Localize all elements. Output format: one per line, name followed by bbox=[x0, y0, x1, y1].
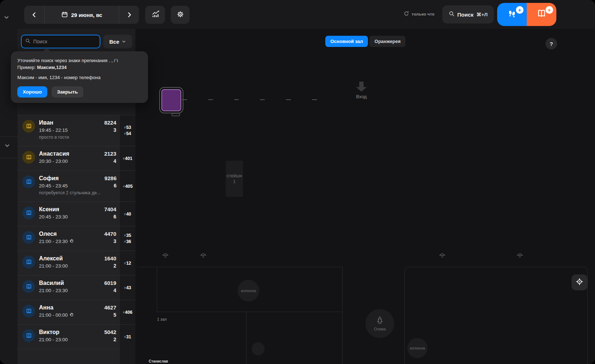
column-circle-колонна: колонна bbox=[238, 280, 259, 302]
global-search-button[interactable]: Поиск ⌘+Л bbox=[442, 5, 494, 23]
assigned-tables: #405 bbox=[120, 171, 135, 202]
chair bbox=[171, 113, 180, 116]
guest-count: 6 bbox=[104, 182, 116, 190]
assigned-tables: #43 bbox=[120, 276, 135, 300]
table-connector bbox=[260, 99, 265, 100]
table-connector bbox=[234, 99, 239, 100]
column-circle-Олива: Олива bbox=[365, 309, 394, 338]
hint-close-button[interactable]: Закрыть bbox=[52, 86, 83, 98]
app-window: Основной зал Оранжерея ? Вход стейшн 1 1… bbox=[0, 0, 595, 364]
assigned-tables: #40 bbox=[120, 202, 135, 226]
hint-line-2: Пример: Максим,1234 bbox=[17, 64, 142, 71]
prev-day-button[interactable] bbox=[24, 6, 44, 24]
booking-source-icon bbox=[22, 176, 35, 188]
booking-source-icon bbox=[22, 280, 35, 293]
guest-count: 3 bbox=[104, 126, 116, 134]
refresh-label: только что bbox=[412, 12, 435, 16]
floor-table-11[interactable] bbox=[161, 89, 181, 111]
date-picker[interactable]: 29 июня, вс bbox=[44, 6, 119, 24]
wall-line bbox=[342, 267, 343, 364]
reservation-row-Алексей[interactable]: Алексей21:00 - 23:0016402#12 bbox=[18, 251, 135, 275]
wall-line bbox=[137, 267, 342, 267]
reservation-id: 5042 bbox=[104, 328, 116, 336]
footprints-icon bbox=[507, 9, 517, 20]
table-connector bbox=[208, 99, 213, 100]
next-day-button[interactable] bbox=[119, 6, 139, 24]
date-label: 29 июня, вс bbox=[71, 12, 102, 18]
guest-name: Виктор bbox=[39, 328, 100, 336]
table-number-chip: #40 bbox=[124, 212, 131, 217]
reservation-id: 4627 bbox=[104, 304, 116, 311]
book-icon bbox=[537, 9, 547, 20]
locate-button[interactable] bbox=[572, 274, 587, 290]
assigned-tables: #401 bbox=[120, 146, 135, 170]
reservation-time: 19:45 - 22:15 bbox=[39, 127, 100, 134]
guest-count: 6 bbox=[104, 213, 116, 221]
expand-group-chevron-icon[interactable] bbox=[4, 143, 10, 150]
hand-icon bbox=[70, 312, 74, 319]
guest-count: 2 bbox=[104, 262, 116, 270]
help-button[interactable]: ? bbox=[546, 38, 557, 49]
search-input[interactable] bbox=[33, 39, 84, 44]
plus-badge: + bbox=[516, 6, 524, 14]
reservation-row-Олеся[interactable]: Олеся21:00 - 23:3044703#35#36 bbox=[18, 226, 135, 251]
reservation-row-София[interactable]: София20:45 - 23:45потребуется 2 стульчик… bbox=[18, 170, 135, 202]
reservation-time: 20:30 - 23:00 bbox=[39, 158, 100, 165]
reservation-row-Виктор[interactable]: Виктор21:00 - 23:0050422#31 bbox=[18, 324, 135, 349]
entrance-marker: Вход bbox=[356, 82, 367, 99]
reservation-time: 20:45 - 23:30 bbox=[39, 213, 100, 221]
settings-button[interactable] bbox=[171, 6, 190, 24]
reservation-row-Ксения[interactable]: Ксения20:45 - 23:3074046#40 bbox=[18, 202, 135, 226]
search-icon bbox=[25, 38, 30, 45]
reservation-note: просто в гости bbox=[39, 134, 100, 140]
column-circle bbox=[252, 342, 265, 355]
reservation-list: Иван19:45 - 22:15просто в гости82243#53#… bbox=[18, 115, 135, 364]
add-walkin-button[interactable]: + bbox=[497, 3, 527, 26]
hint-ok-button[interactable]: Хорошо bbox=[17, 86, 47, 98]
reservation-id: 1640 bbox=[104, 255, 116, 262]
tab-main-hall[interactable]: Основной зал bbox=[325, 36, 368, 47]
entrance-label: Вход bbox=[356, 94, 366, 99]
guest-count: 5 bbox=[104, 311, 116, 319]
booking-source-icon bbox=[22, 329, 35, 342]
sidebar-search-field[interactable] bbox=[21, 35, 100, 48]
table-number-chip: #53 bbox=[124, 125, 131, 130]
guest-name: София bbox=[39, 174, 100, 182]
table-ring bbox=[159, 87, 183, 113]
lamp-icon bbox=[199, 252, 208, 263]
zone-border bbox=[404, 267, 588, 364]
search-shortcut: ⌘+Л bbox=[477, 12, 488, 17]
table-number-chip: #31 bbox=[124, 334, 131, 339]
reservation-time: 21:00 - 23:00 bbox=[39, 263, 100, 270]
table-connector bbox=[286, 99, 291, 100]
table-connector bbox=[312, 99, 317, 100]
filter-dropdown[interactable]: Все bbox=[103, 35, 132, 48]
staff-name-label: Станислав bbox=[149, 359, 168, 363]
reservation-row-Анна[interactable]: Анна21:00 - 00:0046275#406 bbox=[18, 300, 135, 324]
reservation-time: 21:00 - 23:00 bbox=[39, 336, 100, 343]
booking-source-icon bbox=[22, 207, 35, 219]
reservation-row-Василий[interactable]: Василий21:00 - 23:3060194#43 bbox=[18, 275, 135, 300]
assigned-tables: #406 bbox=[120, 300, 135, 324]
reservation-row-Анастасия[interactable]: Анастасия20:30 - 23:0021234#401 bbox=[18, 146, 135, 170]
topbar: 29 июня, вс только что П bbox=[0, 0, 595, 29]
chevron-down-icon bbox=[122, 39, 126, 45]
entrance-arrow-icon bbox=[359, 82, 364, 87]
collapse-chevron-icon[interactable] bbox=[4, 14, 9, 22]
reservation-id: 7404 bbox=[104, 205, 116, 213]
assigned-tables: #53#54 bbox=[120, 115, 135, 146]
global-search-label: Поиск bbox=[457, 12, 474, 18]
hint-line-1: Уточняйте поиск через знаки препинания .… bbox=[17, 57, 142, 64]
stats-button[interactable] bbox=[145, 6, 165, 24]
calendar-icon bbox=[61, 11, 68, 19]
reservation-row-Иван[interactable]: Иван19:45 - 22:15просто в гости82243#53#… bbox=[18, 115, 135, 146]
search-hint-popover: Уточняйте поиск через знаки препинания .… bbox=[11, 51, 148, 103]
guest-name: Иван bbox=[39, 119, 100, 127]
chart-icon bbox=[151, 10, 159, 20]
reservation-id: 2123 bbox=[104, 150, 116, 157]
add-reservation-button[interactable]: + bbox=[527, 3, 556, 26]
tab-orangery[interactable]: Оранжерея bbox=[369, 36, 405, 47]
refresh-status[interactable]: только что bbox=[404, 11, 435, 17]
reservation-time: 21:00 - 23:30 bbox=[39, 238, 100, 245]
lamp-icon bbox=[438, 252, 447, 263]
